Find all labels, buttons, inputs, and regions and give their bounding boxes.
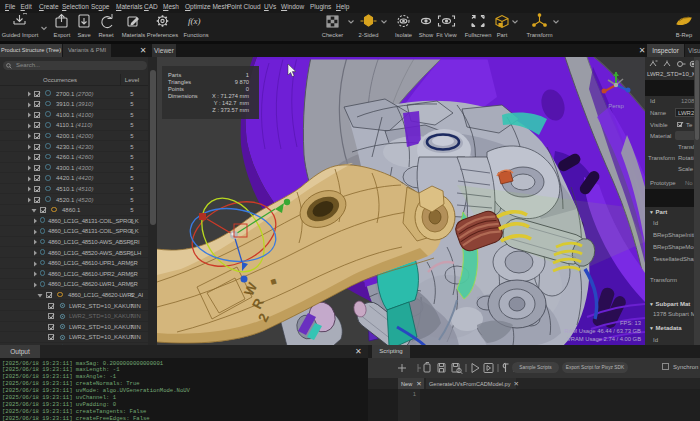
svg-text:Points: Points: [168, 86, 184, 92]
svg-text:RAM Usage 46.44 / 63.73 GB: RAM Usage 46.44 / 63.73 GB: [564, 328, 641, 334]
svg-text:0: 0: [246, 86, 249, 92]
svg-text:Triangles: Triangles: [168, 79, 191, 85]
svg-text:Z : 373.57 mm: Z : 373.57 mm: [212, 107, 249, 113]
svg-text:f(x): f(x): [188, 16, 201, 26]
svg-text:FPS: 13: FPS: 13: [620, 320, 641, 326]
svg-text:9 870: 9 870: [235, 79, 249, 85]
svg-text:1: 1: [246, 72, 249, 78]
svg-text:Parts: Parts: [168, 72, 181, 78]
svg-text:Persp: Persp: [608, 103, 624, 109]
svg-text:Dimensions: Dimensions: [168, 93, 198, 99]
svg-text:Y : 142.7 mm: Y : 142.7 mm: [214, 100, 250, 106]
svg-text:X : 71.274 mm: X : 71.274 mm: [212, 93, 249, 99]
svg-text:VRAM Usage 2.74 / 4.00 GB: VRAM Usage 2.74 / 4.00 GB: [567, 336, 641, 342]
